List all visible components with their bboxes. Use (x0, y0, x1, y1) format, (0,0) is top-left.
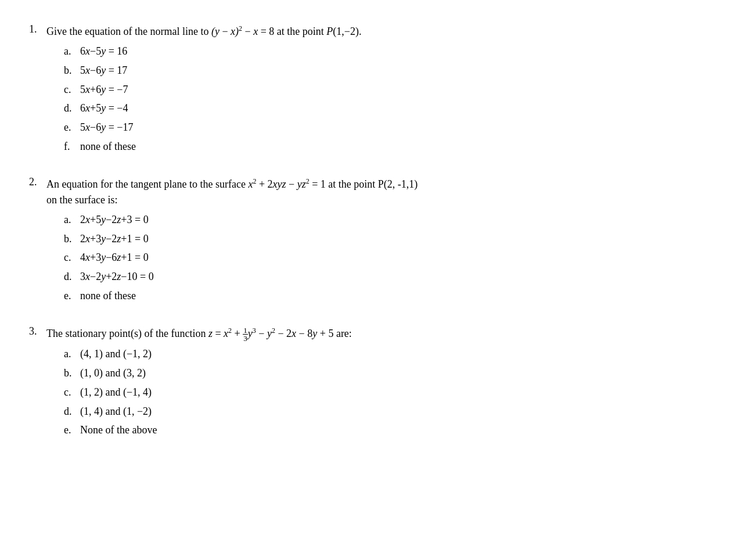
option-3c: c. (1, 2) and (−1, 4) (64, 384, 705, 401)
option-1a-text: 6x−5y = 16 (80, 43, 127, 60)
option-1f-text: none of these (80, 138, 136, 155)
option-1a: a. 6x−5y = 16 (64, 43, 705, 60)
option-2d-text: 3x−2y+2z−10 = 0 (80, 268, 154, 285)
question-3-header: 3. The stationary point(s) of the functi… (29, 325, 705, 342)
option-1b: b. 5x−6y = 17 (64, 62, 705, 79)
option-2d: d. 3x−2y+2z−10 = 0 (64, 268, 705, 285)
option-1d-text: 6x+5y = −4 (80, 100, 128, 117)
option-2a-label: a. (64, 211, 80, 228)
option-3c-text: (1, 2) and (−1, 4) (80, 384, 152, 401)
option-2c-label: c. (64, 249, 80, 266)
option-3b: b. (1, 0) and (3, 2) (64, 365, 705, 382)
option-2c-text: 4x+3y−6z+1 = 0 (80, 249, 149, 266)
option-1c: c. 5x+6y = −7 (64, 81, 705, 98)
option-3d: d. (1, 4) and (1, −2) (64, 403, 705, 420)
question-2-options: a. 2x+5y−2z+3 = 0 b. 2x+3y−2z+1 = 0 c. 4… (64, 211, 705, 304)
question-2-header: 2. An equation for the tangent plane to … (29, 176, 705, 208)
option-2a-text: 2x+5y−2z+3 = 0 (80, 211, 149, 228)
option-1e: e. 5x−6y = −17 (64, 119, 705, 136)
option-3b-label: b. (64, 365, 80, 382)
option-1b-label: b. (64, 62, 80, 79)
option-3d-text: (1, 4) and (1, −2) (80, 403, 152, 420)
option-3b-text: (1, 0) and (3, 2) (80, 365, 146, 382)
option-1e-label: e. (64, 119, 80, 136)
question-1: 1. Give the equation of the normal line … (29, 23, 705, 155)
question-1-text: Give the equation of the normal line to … (46, 23, 705, 40)
option-3a-text: (4, 1) and (−1, 2) (80, 346, 152, 362)
option-1e-text: 5x−6y = −17 (80, 119, 133, 136)
option-2e-label: e. (64, 288, 80, 304)
option-3a-label: a. (64, 346, 80, 362)
option-3a: a. (4, 1) and (−1, 2) (64, 346, 705, 362)
option-3e: e. None of the above (64, 422, 705, 439)
option-2e: e. none of these (64, 288, 705, 304)
option-1f: f. none of these (64, 138, 705, 155)
option-2e-text: none of these (80, 288, 136, 304)
option-1b-text: 5x−6y = 17 (80, 62, 127, 79)
option-3e-text: None of the above (80, 422, 157, 439)
option-1f-label: f. (64, 138, 80, 155)
question-3: 3. The stationary point(s) of the functi… (29, 325, 705, 439)
option-1c-text: 5x+6y = −7 (80, 81, 128, 98)
option-2a: a. 2x+5y−2z+3 = 0 (64, 211, 705, 228)
question-2: 2. An equation for the tangent plane to … (29, 176, 705, 304)
option-3d-label: d. (64, 403, 80, 420)
question-2-text: An equation for the tangent plane to the… (46, 176, 705, 208)
option-2c: c. 4x+3y−6z+1 = 0 (64, 249, 705, 266)
option-2b-text: 2x+3y−2z+1 = 0 (80, 231, 149, 247)
question-1-number: 1. (29, 23, 46, 35)
option-3e-label: e. (64, 422, 80, 439)
option-2d-label: d. (64, 268, 80, 285)
question-3-text: The stationary point(s) of the function … (46, 325, 705, 342)
option-2b-label: b. (64, 231, 80, 247)
question-2-number: 2. (29, 176, 46, 188)
question-1-header: 1. Give the equation of the normal line … (29, 23, 705, 40)
option-1a-label: a. (64, 43, 80, 60)
question-3-number: 3. (29, 325, 46, 338)
option-3c-label: c. (64, 384, 80, 401)
option-1d: d. 6x+5y = −4 (64, 100, 705, 117)
option-1c-label: c. (64, 81, 80, 98)
question-3-options: a. (4, 1) and (−1, 2) b. (1, 0) and (3, … (64, 346, 705, 439)
question-1-options: a. 6x−5y = 16 b. 5x−6y = 17 c. 5x+6y = −… (64, 43, 705, 155)
option-1d-label: d. (64, 100, 80, 117)
option-2b: b. 2x+3y−2z+1 = 0 (64, 231, 705, 247)
